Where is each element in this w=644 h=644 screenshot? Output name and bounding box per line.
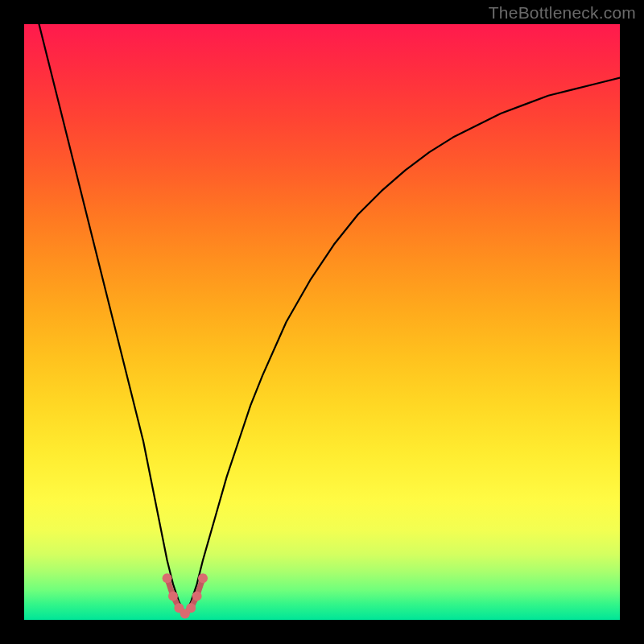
trough-marker [186, 603, 196, 613]
trough-marker [163, 573, 172, 583]
trough-markers-group [163, 573, 208, 618]
watermark-text: TheBottleneck.com [489, 3, 636, 23]
chart-frame: TheBottleneck.com [0, 0, 644, 644]
chart-svg [24, 24, 620, 620]
trough-marker [198, 573, 208, 583]
trough-marker [192, 591, 202, 601]
trough-marker [168, 591, 178, 601]
bottleneck-curve [24, 24, 620, 614]
